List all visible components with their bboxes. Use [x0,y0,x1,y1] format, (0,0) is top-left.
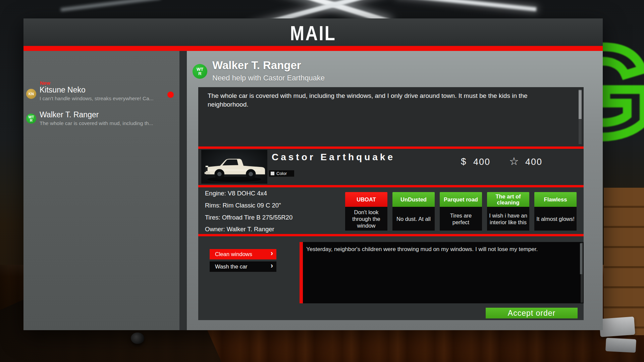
divider-accent [198,234,584,236]
unread-dot [167,92,174,98]
chevron-right-icon: › [271,261,273,270]
divider-accent [198,146,584,149]
mail-list: KN New Kitsune Neko I can't handle windo… [23,51,179,330]
window-title: MAIL [75,21,550,45]
reputation-reward-value: 400 [525,157,542,167]
rating-badges: UBOAT Don't look through the window UnDu… [342,192,584,231]
badge-title: Flawless [534,192,577,207]
task-wash-the-car[interactable]: Wash the car › [210,261,276,272]
avatar-initials: R [30,119,33,122]
rating-badge-parquet-road: Parquet road Tires are perfect [440,192,482,231]
avatar-initials: KN [29,92,34,96]
sender-name: Walker T. Ranger [212,59,301,72]
avatar: KN [26,89,36,99]
background-object [605,338,636,353]
mail-sender-name: Kitsune Neko [40,85,86,95]
rating-badge-flawless: Flawless It almost glows! [534,192,577,231]
dollar-icon: $ [461,156,466,167]
car-name: Castor Earthquake [272,152,395,163]
message-scrollbar-thumb[interactable] [579,90,582,119]
message-body-area[interactable]: The whole car is covered with mud, inclu… [198,87,584,146]
message-scrollbar[interactable] [579,89,582,144]
mail-preview: I can't handle windows, streaks everywhe… [40,96,174,102]
sender-avatar: WT R [193,64,207,79]
wooden-crate [604,188,644,335]
car-info-band: Castor Earthquake Color $ 400 ☆ 400 [198,149,584,185]
detail-engine: Engine: V8 DOHC 4x4 [205,190,267,197]
detail-rims: Rims: Rim Classic 09 C 20" [205,202,281,209]
accept-order-button[interactable]: Accept order [486,308,578,318]
divider-accent [198,185,584,187]
car-color-chip: Color [269,170,294,177]
mail-sender-name: Walker T. Ranger [40,110,99,119]
badge-comment: It almost glows! [534,207,577,231]
background-object [599,316,635,337]
color-swatch [271,172,274,175]
task-clean-windows[interactable]: Clean windows › [210,249,276,259]
order-note-box[interactable]: Yesterday, neighbor's children were thro… [300,242,584,303]
badge-title: Parquet road [440,192,482,207]
screen: G MAIL KN New Kitsune Neko I can't handl… [0,0,644,362]
mail-list-item-walker-ranger[interactable]: WT R Walker T. Ranger The whole car is c… [23,109,179,138]
money-reward-value: 400 [473,157,490,167]
note-scrollbar-thumb[interactable] [580,243,582,274]
ceiling-light-strip [61,0,161,11]
badge-title: UBOAT [345,192,387,207]
detail-tires: Tires: Offroad Tire B 275/55R20 [205,214,292,221]
task-label: Clean windows [215,251,252,257]
mail-detail-panel: WT R Walker T. Ranger Need help with Cas… [187,51,603,330]
pickup-truck-image [201,150,267,184]
task-list: Clean windows › Wash the car › [210,249,276,274]
color-label: Color [276,171,287,176]
mail-preview: The whole car is covered with mud, inclu… [40,120,174,126]
badge-comment: I wish i have an interior like this [487,207,529,231]
mail-window: MAIL KN New Kitsune Neko I can't handle … [23,18,603,330]
window-header: MAIL [23,18,603,46]
avatar: WT R [26,114,36,124]
message-body-text: The whole car is covered with mud, inclu… [208,92,565,109]
avatar-initials: R [198,71,201,76]
rating-badge-undusted: UnDusted No dust. At all [392,192,435,231]
mail-subject: Need help with Castor Earthquake [212,74,325,82]
note-scrollbar[interactable] [581,243,583,303]
badge-comment: Don't look through the window [345,207,387,231]
rating-badge-art-of-cleaning: The art of cleaning I wish i have an int… [487,192,529,231]
badge-comment: Tires are perfect [440,207,482,231]
star-icon: ☆ [509,155,519,168]
order-note-text: Yesterday, neighbor's children were thro… [306,245,571,253]
ceiling-light-strip [396,0,537,11]
badge-comment: No dust. At all [392,207,435,231]
mail-content-box: The whole car is covered with mud, inclu… [198,87,584,320]
chevron-right-icon: › [271,249,273,258]
counter-knob [131,333,144,344]
new-badge: New [40,80,50,86]
badge-title: The art of cleaning [487,192,529,207]
badge-title: UnDusted [392,192,435,207]
detail-owner: Owner: Walker T. Ranger [205,226,274,233]
task-label: Wash the car [215,263,248,270]
car-thumbnail [201,150,267,184]
header-accent-bar [23,46,603,51]
rating-badge-uboat: UBOAT Don't look through the window [345,192,387,231]
